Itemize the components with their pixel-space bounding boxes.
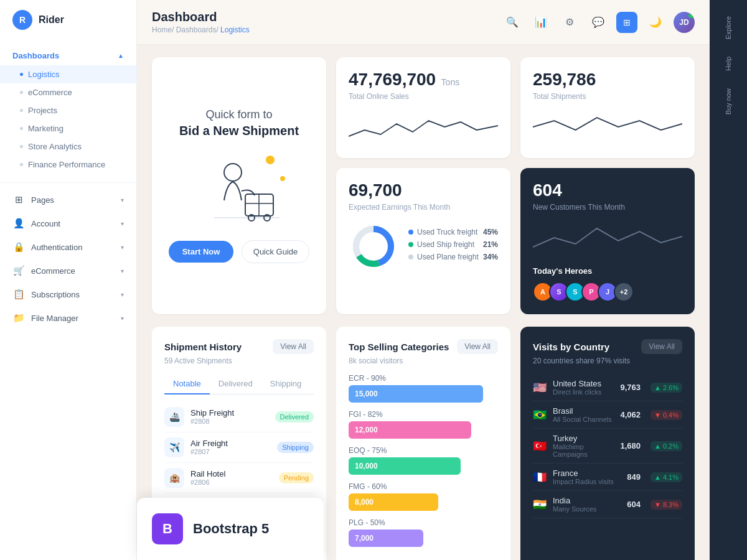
sidebar-item-projects[interactable]: Projects [0,101,136,119]
top-grid: Quick form to Bid a New Shipment [137,45,710,327]
sidebar-item-subscriptions[interactable]: 📋 Subscriptions ▾ [0,282,136,306]
user-avatar[interactable]: JD [674,12,695,33]
history-view-all-button[interactable]: View All [273,339,314,354]
sidebar-item-store-analytics[interactable]: Store Analytics [0,138,136,156]
sidebar-nav-label: Account [31,219,60,228]
bar-value: 10,000 [355,462,378,470]
truck-freight-item: Used Truck freight 45% [408,228,498,236]
sidebar-item-logistics[interactable]: Logistics [0,65,136,83]
settings-button[interactable]: ⚙ [559,12,580,33]
file-icon: 📁 [12,312,25,324]
customers-label: New Customers This Month [533,203,682,212]
breadcrumb-active: Logistics [220,26,250,34]
country-info: Turkey Mailchimp Campaigns [553,434,614,458]
search-button[interactable]: 🔍 [502,12,523,33]
flag-us: 🇺🇸 [533,381,547,394]
bar-label: FGI - 82% [349,410,498,419]
donut-chart [349,222,398,271]
ship-info: Ship Freight #2808 [190,408,269,425]
bar-track: 7,000 [349,530,423,547]
sidebar-item-ecommerce-nav[interactable]: 🛒 eCommerce ▾ [0,259,136,282]
tab-notable[interactable]: Notable [164,374,210,394]
chart-button[interactable]: 📊 [530,12,552,33]
history-title: Shipment History [164,342,242,352]
help-label[interactable]: Help [725,50,732,77]
sidebar-item-finance[interactable]: Finance Performance [0,156,136,174]
dot-icon [20,109,23,112]
change-indicator: ▲ 2.6% [651,383,682,393]
ship-pct: 21% [483,240,498,249]
grid-view-button[interactable]: ⊞ [616,12,637,33]
bar-item-plg: PLG - 50% 7,000 [349,518,498,547]
tab-shipping[interactable]: Shipping [261,374,311,394]
bar-item-fmg: FMG - 60% 8,000 [349,482,498,511]
ship-id: #2808 [190,418,269,425]
visits-subtitle: 20 countries share 97% visits [533,357,682,365]
start-now-button[interactable]: Start Now [169,241,234,263]
selling-subtitle: 8k social visitors [349,357,498,365]
plane-label: Used Plane freight [417,253,479,261]
total-shipments-label: Total Shipments [533,92,682,101]
sidebar-item-auth[interactable]: 🔒 Authentication ▾ [0,235,136,259]
visits-view-all-button[interactable]: View All [641,339,682,354]
country-name: France [553,469,621,478]
quick-guide-button[interactable]: Quick Guide [242,240,310,263]
change-indicator: ▼ 0.4% [651,410,682,420]
country-visits: 1,680 [620,441,641,450]
country-info: Brasil All Social Channels [553,406,614,423]
country-visits: 604 [627,500,641,509]
tab-delivered[interactable]: Delivered [210,374,261,394]
header: Dashboard Home/ Dashboards/ Logistics 🔍 … [137,0,710,45]
sidebar-item-pages[interactable]: ⊞ Pages ▾ [0,188,136,212]
explore-label[interactable]: Explore [725,10,732,45]
stat-value-row: 47,769,700 Tons [349,70,498,90]
freight-donut-row: Used Truck freight 45% Used Ship freight… [349,222,498,271]
ship-id: #2806 [190,478,273,486]
change-indicator: ▲ 0.2% [651,441,682,451]
total-sales-card: 47,769,700 Tons Total Online Sales [336,57,510,158]
grid-icon: ⊞ [623,17,631,27]
country-channel: Mailchimp Campaigns [553,443,614,458]
sidebar-item-marketing[interactable]: Marketing [0,119,136,138]
chevron-down-icon: ▾ [121,315,124,322]
selling-title: Top Selling Categories [349,342,449,352]
bar-track: 8,000 [349,493,438,511]
buy-now-label[interactable]: Buy now [725,82,732,121]
country-channel: Impact Radius visits [553,478,621,485]
account-icon: 👤 [12,218,25,229]
ship-status: Pending [279,472,314,483]
chevron-down-icon: ▾ [121,268,124,274]
visits-title: Visits by Country [533,342,609,352]
country-row-tr: 🇹🇷 Turkey Mailchimp Campaigns 1,680 ▲ 0.… [533,429,682,464]
top-selling-card: Top Selling Categories View All 8k socia… [336,327,510,560]
country-row-br: 🇧🇷 Brasil All Social Channels 4,062 ▼ 0.… [533,401,682,429]
right-sidebar: Explore Help Buy now [710,0,747,560]
bootstrap-icon: B [152,513,183,544]
sidebar-item-files[interactable]: 📁 File Manager ▾ [0,306,136,330]
plane-freight-item: Used Plane freight 34% [408,253,498,261]
chevron-up-icon: ▲ [118,52,124,59]
bar-value: 7,000 [355,534,374,543]
total-sales-unit: Tons [441,77,460,87]
country-info: India Many Sources [553,496,621,513]
page-title: Dashboard [152,10,250,24]
sidebar-item-account[interactable]: 👤 Account ▾ [0,212,136,235]
theme-toggle-button[interactable]: 🌙 [645,12,666,33]
form-buttons: Start Now Quick Guide [169,240,310,263]
messages-button[interactable]: 💬 [588,12,609,33]
sidebar-item-ecommerce[interactable]: eCommerce [0,83,136,101]
country-row-us: 🇺🇸 United States Direct link clicks 9,76… [533,374,682,401]
customers-card: 604 New Customers This Month Today's Her… [520,168,695,314]
total-shipments-value: 259,786 [533,70,596,89]
logo[interactable]: R Rider [0,10,136,42]
svg-point-2 [224,164,242,181]
chevron-down-icon: ▾ [121,197,124,203]
selling-view-all-button[interactable]: View All [457,339,498,354]
country-name: United States [553,379,614,388]
customers-chart [533,219,682,256]
hero-avatar-more: +2 [614,282,634,302]
bootstrap-overlay: B Bootstrap 5 [137,498,324,560]
hero-avatars: A S S P J +2 [533,282,682,302]
bar-label: PLG - 50% [349,518,498,527]
dashboards-header[interactable]: Dashboards ▲ [0,46,136,65]
